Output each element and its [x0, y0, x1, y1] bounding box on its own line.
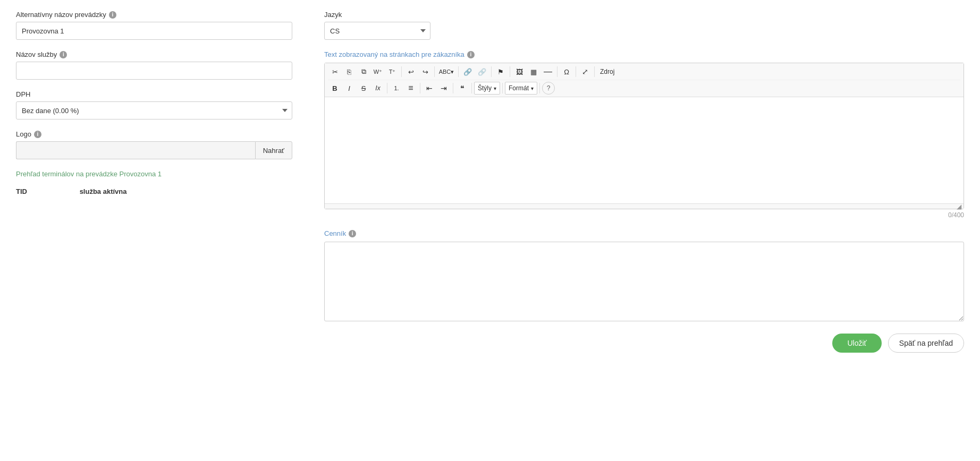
cennik-info-icon[interactable]: i — [349, 230, 356, 237]
toolbar-source-btn[interactable]: Zdroj — [597, 65, 618, 78]
toolbar-image-btn[interactable]: 🖼 — [512, 65, 526, 78]
toolbar-strike-btn[interactable]: S — [357, 82, 370, 95]
toolbar-sep4 — [491, 66, 492, 77]
editor-section: Text zobrazovaný na stránkach pre zákazn… — [324, 50, 964, 219]
toolbar-row1: ✂ ⎘ ⧉ W⁺ T⁺ ↩ ↪ ABC▾ 🔗 🔗 ⚑ — [328, 65, 960, 80]
toolbar-bold-btn[interactable]: B — [328, 82, 342, 95]
toolbar-link-btn[interactable]: 🔗 — [461, 65, 475, 78]
alt-name-group: Alternatívny názov prevádzky i — [16, 11, 292, 40]
toolbar-sep1 — [401, 66, 402, 77]
toolbar-cut-btn[interactable]: ✂ — [328, 65, 342, 78]
cennik-label: Cenník i — [324, 229, 964, 237]
toolbar-paste-word-btn[interactable]: W⁺ — [371, 65, 385, 78]
terminals-link[interactable]: Prehľad terminálov na prevádzke Provozov… — [16, 170, 162, 178]
toolbar-sep6 — [557, 66, 557, 77]
toolbar-spellcheck-btn[interactable]: ABC▾ — [437, 65, 456, 78]
logo-upload-field: Nahrať — [16, 141, 292, 159]
toolbar-sep10 — [420, 83, 420, 93]
terminals-col-tid: TID — [16, 184, 80, 199]
editor-toolbar: ✂ ⎘ ⧉ W⁺ T⁺ ↩ ↪ ABC▾ 🔗 🔗 ⚑ — [325, 63, 964, 97]
char-count: 0/400 — [324, 211, 964, 219]
alt-name-input[interactable] — [16, 22, 292, 40]
toolbar-paste-text-btn[interactable]: T⁺ — [385, 65, 399, 78]
toolbar-sep11 — [453, 83, 453, 93]
service-name-group: Názov služby i — [16, 50, 292, 80]
toolbar-row2: B I S Ix 1. ≡ ⇤ ⇥ ❝ Štýly — [328, 82, 555, 95]
toolbar-orderedlist-btn[interactable]: 1. — [390, 82, 403, 95]
toolbar-hline-btn[interactable]: — — [541, 65, 555, 78]
toolbar-sep13 — [502, 83, 503, 93]
editor-content-area[interactable] — [325, 97, 964, 203]
toolbar-sep14 — [539, 83, 540, 93]
lang-select[interactable]: CSSKENDEPL — [324, 22, 430, 40]
toolbar-unorderedlist-btn[interactable]: ≡ — [404, 82, 418, 95]
dph-select[interactable]: Bez dane (0.00 %)DPH 10%DPH 20% — [16, 101, 292, 119]
toolbar-sep3 — [458, 66, 459, 77]
resize-icon: ◢ — [957, 203, 961, 210]
lang-group: Jazyk CSSKENDEPL — [324, 11, 964, 40]
styles-chevron-icon: ▾ — [494, 86, 496, 91]
toolbar-table-btn[interactable]: ▦ — [527, 65, 540, 78]
service-name-info-icon[interactable]: i — [60, 51, 67, 58]
toolbar-styles-dropdown[interactable]: Štýly ▾ — [474, 82, 500, 95]
toolbar-sep7 — [576, 66, 576, 77]
logo-file-display — [16, 141, 255, 159]
alt-name-label: Alternatívny názov prevádzky i — [16, 11, 292, 19]
dph-group: DPH Bez dane (0.00 %)DPH 10%DPH 20% — [16, 90, 292, 119]
service-name-input[interactable] — [16, 62, 292, 80]
editor-info-icon[interactable]: i — [467, 51, 475, 58]
editor-wrapper: ✂ ⎘ ⧉ W⁺ T⁺ ↩ ↪ ABC▾ 🔗 🔗 ⚑ — [324, 63, 964, 209]
toolbar-removeformat-btn[interactable]: Ix — [371, 82, 385, 95]
service-name-label: Názov služby i — [16, 50, 292, 58]
logo-upload-button[interactable]: Nahrať — [255, 141, 292, 159]
toolbar-paste-btn[interactable]: ⧉ — [357, 65, 370, 78]
toolbar-maximize-btn[interactable]: ⤢ — [578, 65, 592, 78]
format-chevron-icon: ▾ — [531, 86, 534, 91]
toolbar-anchor-btn[interactable]: ⚑ — [494, 65, 508, 78]
toolbar-help-btn[interactable]: ? — [542, 82, 555, 95]
toolbar-unlink-btn[interactable]: 🔗 — [475, 65, 489, 78]
editor-resize-handle[interactable]: ◢ — [325, 203, 964, 209]
dph-label: DPH — [16, 90, 292, 98]
toolbar-sep2 — [434, 66, 435, 77]
save-button[interactable]: Uložiť — [832, 334, 881, 353]
toolbar-indent-less-btn[interactable]: ⇤ — [423, 82, 436, 95]
toolbar-blockquote-btn[interactable]: ❝ — [455, 82, 469, 95]
terminals-col-service: služba aktívna — [80, 184, 292, 199]
editor-label: Text zobrazovaný na stránkach pre zákazn… — [324, 50, 964, 58]
toolbar-sep12 — [471, 83, 472, 93]
logo-group: Logo i Nahrať — [16, 130, 292, 159]
lang-label: Jazyk — [324, 11, 964, 19]
toolbar-redo-btn[interactable]: ↪ — [418, 65, 432, 78]
toolbar-sep5 — [510, 66, 510, 77]
toolbar-sep9 — [387, 83, 387, 93]
toolbar-italic-btn[interactable]: I — [342, 82, 356, 95]
cennik-section: Cenník i — [324, 229, 964, 323]
toolbar-copy-btn[interactable]: ⎘ — [342, 65, 356, 78]
toolbar-specialchar-btn[interactable]: Ω — [560, 65, 573, 78]
logo-label: Logo i — [16, 130, 292, 138]
toolbar-undo-btn[interactable]: ↩ — [404, 65, 418, 78]
terminals-section: Prehľad terminálov na prevádzke Provozov… — [16, 170, 292, 199]
alt-name-info-icon[interactable]: i — [109, 11, 116, 19]
logo-info-icon[interactable]: i — [34, 131, 41, 138]
cennik-textarea[interactable] — [324, 242, 964, 321]
action-bar: Uložiť Späť na prehľad — [324, 334, 964, 363]
terminals-table: TID služba aktívna — [16, 184, 292, 199]
toolbar-format-dropdown[interactable]: Formát ▾ — [505, 82, 537, 95]
toolbar-indent-more-btn[interactable]: ⇥ — [437, 82, 451, 95]
toolbar-sep8 — [594, 66, 595, 77]
back-button[interactable]: Späť na prehľad — [888, 334, 964, 353]
